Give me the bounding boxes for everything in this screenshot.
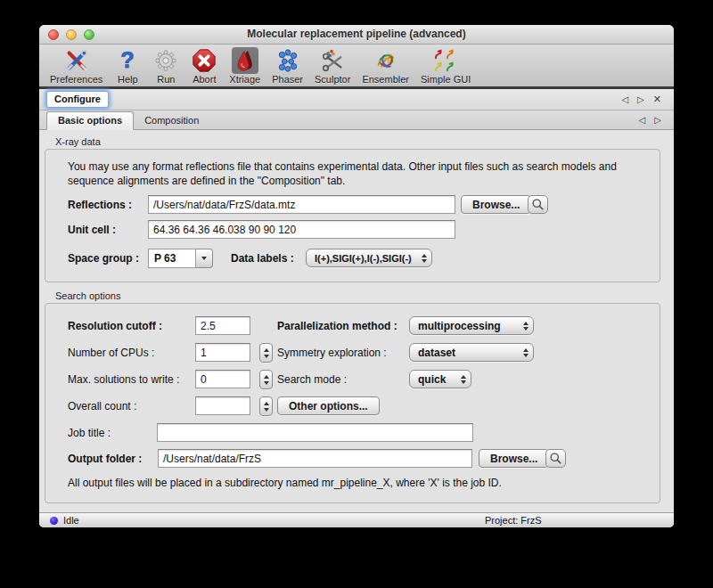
- project-label: Project: FrzS: [485, 515, 542, 526]
- toolbar-label: Sculptor: [315, 74, 350, 85]
- minimize-window-button[interactable]: [66, 29, 77, 40]
- options-tab-bar: Basic options Composition ◁ ▷: [39, 110, 674, 130]
- search-section-title: Search options: [55, 290, 674, 301]
- molecule-icon: [275, 47, 301, 74]
- parallelization-label: Parallelization method :: [277, 316, 397, 336]
- ribbons-icon: [373, 47, 399, 74]
- output-folder-browse-button[interactable]: Browse...: [479, 449, 549, 468]
- gear-icon: [152, 47, 179, 74]
- toolbar-label: Ensembler: [362, 74, 409, 85]
- unit-cell-input[interactable]: [148, 220, 455, 239]
- nav-right-icon[interactable]: ▷: [654, 115, 661, 125]
- job-title-label: Job title :: [68, 423, 111, 443]
- toolbar-button-abort[interactable]: Abort: [191, 47, 217, 85]
- output-folder-label: Output folder :: [68, 449, 142, 469]
- close-tab-icon[interactable]: ✕: [653, 94, 661, 105]
- data-labels-popup[interactable]: I(+),SIGI(+),I(-),SIGI(-): [306, 249, 432, 267]
- toolbar-label: Simple GUI: [421, 74, 471, 85]
- toolbar-button-simple-gui[interactable]: Simple GUI: [421, 47, 471, 85]
- toolbar-label: Run: [157, 74, 175, 85]
- cpus-label: Number of CPUs :: [68, 343, 154, 363]
- symmetry-label: Symmetry exploration :: [277, 343, 387, 363]
- traffic-lights: [48, 29, 94, 40]
- magnifier-icon: [531, 198, 545, 211]
- overall-count-input[interactable]: [195, 396, 250, 415]
- overall-count-label: Overall count :: [68, 396, 136, 416]
- scissors-icon: [319, 47, 346, 74]
- data-labels-value: I(+),SIGI(+),I(-),SIGI(-): [315, 253, 412, 264]
- status-indicator-icon: [50, 517, 58, 525]
- tab-composition[interactable]: Composition: [134, 112, 209, 129]
- max-solutions-label: Max. solutions to write :: [68, 370, 179, 389]
- xray-description: You may use any format reflections file …: [68, 159, 645, 188]
- toolbar-button-phaser[interactable]: Phaser: [272, 47, 303, 85]
- close-window-button[interactable]: [48, 29, 59, 40]
- svg-text:?: ?: [121, 48, 135, 72]
- magnifier-icon: [549, 452, 562, 465]
- nav-left-icon[interactable]: ◁: [639, 115, 646, 125]
- window-titlebar[interactable]: Molecular replacement pipeline (advanced…: [39, 25, 674, 45]
- tab-basic-options[interactable]: Basic options: [46, 111, 134, 130]
- output-folder-inspect-button[interactable]: [545, 449, 566, 468]
- toolbar: Preferences ? Help: [39, 45, 674, 89]
- stop-x-icon: [191, 47, 217, 74]
- toolbar-label: Xtriage: [229, 74, 260, 85]
- xray-section-title: X-ray data: [55, 136, 674, 147]
- toolbar-label: Phaser: [272, 74, 303, 85]
- cpus-stepper[interactable]: [259, 343, 273, 363]
- reflections-browse-button[interactable]: Browse...: [461, 195, 531, 214]
- up-down-arrows-icon: [523, 348, 529, 357]
- toolbar-button-preferences[interactable]: Preferences: [50, 47, 102, 85]
- space-group-value: P 63: [148, 249, 196, 268]
- window-title: Molecular replacement pipeline (advanced…: [39, 25, 674, 44]
- xray-groupbox: You may use any format reflections file …: [45, 149, 660, 282]
- chevron-down-icon[interactable]: [196, 249, 213, 268]
- toolbar-button-help[interactable]: ? Help: [114, 47, 141, 85]
- zoom-window-button[interactable]: [84, 29, 94, 40]
- reflections-label: Reflections :: [68, 195, 132, 215]
- toolbar-label: Help: [118, 74, 138, 85]
- toolbar-button-ensembler[interactable]: Ensembler: [362, 47, 409, 85]
- toolbar-button-run[interactable]: Run: [152, 47, 179, 85]
- search-mode-label: Search mode :: [277, 370, 347, 389]
- droplet-icon: [232, 47, 258, 74]
- output-note: All output files will be placed in a sub…: [68, 477, 502, 489]
- cpus-input[interactable]: [195, 343, 250, 362]
- app-window: Molecular replacement pipeline (advanced…: [39, 25, 674, 527]
- other-options-button[interactable]: Other options...: [277, 396, 380, 415]
- overall-count-stepper[interactable]: [259, 396, 273, 416]
- tools-icon: [63, 47, 90, 74]
- reflections-input[interactable]: [148, 195, 455, 214]
- toolbar-label: Abort: [193, 74, 216, 85]
- parallelization-popup[interactable]: multiprocessing: [409, 316, 534, 335]
- colored-arrows-icon: [432, 47, 459, 74]
- status-bar: Idle Project: FrzS: [39, 512, 674, 527]
- data-labels-label: Data labels :: [231, 249, 294, 268]
- basic-options-panel: X-ray data You may use any format reflec…: [39, 130, 674, 503]
- toolbar-label: Preferences: [50, 74, 102, 85]
- resolution-cutoff-label: Resolution cutoff :: [68, 316, 162, 336]
- symmetry-popup[interactable]: dataset: [409, 343, 534, 362]
- max-solutions-input[interactable]: [195, 370, 250, 388]
- up-down-arrows-icon: [461, 375, 466, 384]
- toolbar-button-sculptor[interactable]: Sculptor: [315, 47, 350, 85]
- document-tab-bar: Configure ◁ ▷ ✕: [39, 89, 674, 110]
- job-title-input[interactable]: [157, 423, 473, 442]
- search-groupbox: Resolution cutoff : Parallelization meth…: [45, 303, 660, 503]
- space-group-combobox[interactable]: P 63: [148, 249, 213, 268]
- nav-left-icon[interactable]: ◁: [621, 94, 628, 104]
- toolbar-button-xtriage[interactable]: Xtriage: [229, 47, 260, 85]
- resolution-cutoff-input[interactable]: [195, 316, 250, 335]
- search-mode-value: quick: [418, 373, 446, 386]
- unit-cell-label: Unit cell :: [68, 220, 116, 240]
- reflections-inspect-button[interactable]: [528, 195, 548, 214]
- up-down-arrows-icon: [523, 322, 529, 331]
- symmetry-value: dataset: [418, 347, 455, 359]
- search-mode-popup[interactable]: quick: [409, 370, 471, 388]
- max-solutions-stepper[interactable]: [259, 370, 273, 389]
- output-folder-input[interactable]: [158, 449, 472, 468]
- up-down-arrows-icon: [422, 254, 427, 263]
- parallelization-value: multiprocessing: [418, 320, 501, 332]
- tab-configure[interactable]: Configure: [46, 91, 109, 108]
- nav-right-icon[interactable]: ▷: [637, 94, 644, 104]
